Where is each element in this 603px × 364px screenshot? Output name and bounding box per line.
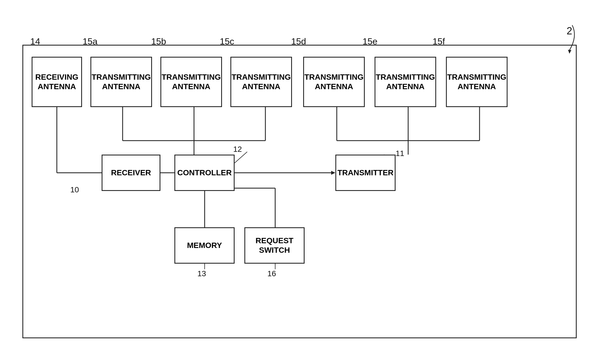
transmitting-antenna-b-label: TRANSMITTINGANTENNA [162, 72, 221, 91]
transmitting-antenna-f-label: TRANSMITTINGANTENNA [447, 72, 506, 91]
transmitting-antenna-b-box: TRANSMITTINGANTENNA [160, 57, 222, 107]
transmitter-label: TRANSMITTER [337, 168, 394, 178]
transmitting-antenna-e-label: TRANSMITTINGANTENNA [376, 72, 435, 91]
ref-2-arrow [550, 22, 583, 56]
ref-13-label: 13 [197, 269, 206, 278]
memory-box: MEMORY [174, 227, 235, 264]
transmitting-antenna-e-box: TRANSMITTINGANTENNA [375, 57, 436, 107]
ref-11-label: 11 [396, 149, 404, 158]
transmitting-antenna-c-label: TRANSMITTINGANTENNA [232, 72, 291, 91]
request-switch-box: REQUESTSWITCH [244, 227, 305, 264]
receiver-label: RECEIVER [111, 168, 151, 178]
transmitting-antenna-d-label: TRANSMITTINGANTENNA [304, 72, 364, 91]
transmitting-antenna-a-box: TRANSMITTINGANTENNA [90, 57, 152, 107]
controller-label: CONTROLLER [177, 168, 232, 178]
transmitter-box: TRANSMITTER [335, 155, 396, 191]
transmitting-antenna-f-box: TRANSMITTINGANTENNA [446, 57, 508, 107]
svg-marker-15 [331, 171, 335, 175]
request-switch-label: REQUESTSWITCH [256, 236, 293, 255]
receiver-box: RECEIVER [102, 155, 160, 191]
ref-12-label: 12 [233, 145, 242, 154]
memory-label: MEMORY [187, 241, 222, 250]
ref-10-label: 10 [70, 185, 79, 194]
transmitting-antenna-c-box: TRANSMITTINGANTENNA [230, 57, 292, 107]
receiving-antenna-label: RECEIVINGANTENNA [35, 72, 78, 91]
receiving-antenna-box: RECEIVINGANTENNA [32, 57, 82, 107]
svg-marker-25 [568, 50, 571, 54]
ref-16-label: 16 [267, 269, 276, 278]
diagram-border: RECEIVINGANTENNA TRANSMITTINGANTENNA TRA… [22, 45, 577, 338]
transmitting-antenna-a-label: TRANSMITTINGANTENNA [92, 72, 151, 91]
transmitting-antenna-d-box: TRANSMITTINGANTENNA [303, 57, 365, 107]
controller-box: CONTROLLER [174, 155, 235, 191]
